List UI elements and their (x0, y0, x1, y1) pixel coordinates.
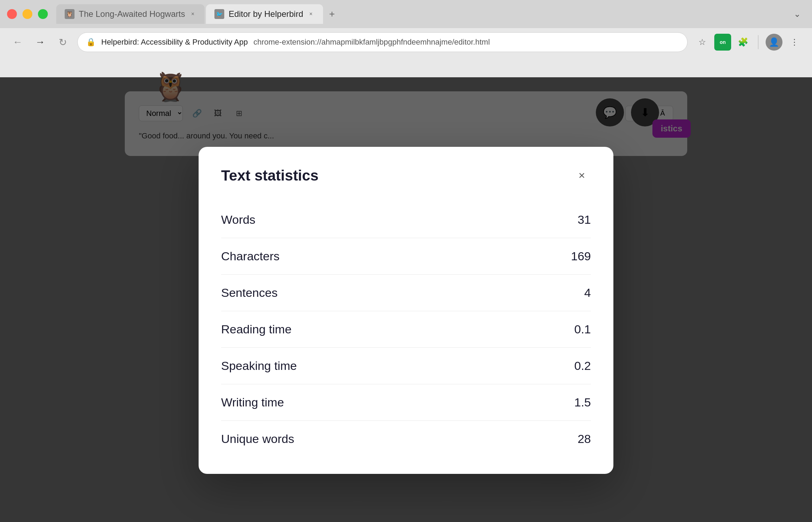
url-site: Helperbird: Accessibility & Productivity… (101, 38, 248, 47)
chrome-menu-button[interactable]: ⋮ (787, 34, 802, 50)
stat-row: Reading time0.1 (221, 311, 591, 348)
stat-label-3: Reading time (221, 322, 291, 336)
stat-row: Writing time1.5 (221, 384, 591, 421)
reload-button[interactable]: ↻ (55, 34, 70, 50)
tab-close-2[interactable]: × (308, 11, 315, 18)
url-path: chrome-extension://ahmapmilbkfamljbpgphf… (253, 38, 490, 47)
stats-list: Words31Characters169Sentences4Reading ti… (221, 202, 591, 457)
stat-value-2: 4 (584, 286, 591, 300)
stat-value-3: 0.1 (574, 322, 591, 336)
tab-favicon-2: 🐦 (214, 9, 224, 19)
stat-row: Sentences4 (221, 275, 591, 311)
stat-row: Speaking time0.2 (221, 348, 591, 384)
stat-row: Words31 (221, 202, 591, 238)
stat-label-0: Words (221, 213, 256, 227)
tab-list-button[interactable]: ⌄ (790, 6, 805, 22)
tab-bar: 🦉 The Long-Awaited Hogwarts × 🐦 Editor b… (0, 0, 812, 28)
tab-label-1: The Long-Awaited Hogwarts (79, 9, 185, 19)
stat-label-1: Characters (221, 249, 279, 263)
text-statistics-modal: Text statistics × Words31Characters169Se… (199, 147, 613, 474)
tab-favicon-1: 🦉 (65, 9, 75, 19)
stat-row: Unique words28 (221, 421, 591, 457)
modal-overlay[interactable]: Text statistics × Words31Characters169Se… (0, 77, 812, 522)
new-tab-button[interactable]: + (324, 6, 340, 22)
forward-button[interactable]: → (32, 34, 48, 50)
bookmark-button[interactable]: ☆ (695, 34, 710, 50)
address-bar: ← → ↻ 🔒 Helperbird: Accessibility & Prod… (0, 28, 812, 56)
tab-hogwarts[interactable]: 🦉 The Long-Awaited Hogwarts × (56, 4, 205, 24)
browser-actions: ☆ on 🧩 👤 ⋮ (695, 34, 802, 51)
tab-editor[interactable]: 🐦 Editor by Helperbird × (206, 4, 323, 24)
divider (758, 35, 759, 49)
helperbird-extension-icon[interactable]: on (714, 34, 731, 51)
lock-icon: 🔒 (86, 38, 96, 47)
back-button[interactable]: ← (10, 34, 25, 50)
stat-label-4: Speaking time (221, 359, 297, 373)
traffic-lights (7, 9, 48, 19)
stat-value-6: 28 (578, 432, 591, 446)
tab-label-2: Editor by Helperbird (228, 9, 303, 19)
maximize-window-button[interactable] (38, 9, 48, 19)
extensions-button[interactable]: 🧩 (735, 34, 751, 50)
url-bar[interactable]: 🔒 Helperbird: Accessibility & Productivi… (77, 32, 688, 52)
stat-label-2: Sentences (221, 286, 278, 300)
stat-label-6: Unique words (221, 432, 294, 446)
close-window-button[interactable] (7, 9, 17, 19)
tab-close-1[interactable]: × (189, 11, 196, 18)
modal-title: Text statistics (221, 167, 318, 184)
stat-value-0: 31 (578, 213, 591, 227)
stat-row: Characters169 (221, 238, 591, 275)
stat-label-5: Writing time (221, 396, 284, 409)
modal-header: Text statistics × (221, 167, 591, 185)
stat-value-4: 0.2 (574, 359, 591, 373)
stat-value-5: 1.5 (574, 396, 591, 409)
browser-chrome: 🦉 The Long-Awaited Hogwarts × 🐦 Editor b… (0, 0, 812, 77)
profile-avatar[interactable]: 👤 (766, 34, 782, 51)
minimize-window-button[interactable] (22, 9, 32, 19)
stat-value-1: 169 (571, 249, 591, 263)
modal-close-button[interactable]: × (573, 167, 591, 185)
